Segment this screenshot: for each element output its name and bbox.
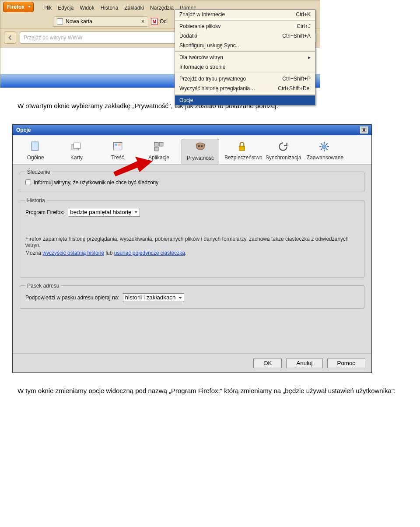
svg-point-10 — [201, 145, 203, 147]
instruction-2: W tym oknie zmieniamy opcje widoczną pod… — [18, 386, 402, 396]
history-legend: Historia — [25, 197, 47, 204]
tab-new[interactable]: Nowa karta × — [53, 16, 148, 27]
mask-icon — [193, 141, 207, 153]
menu-item[interactable]: Przejdź do trybu prywatnegoCtrl+Shift+P — [175, 74, 315, 84]
tab-label: Nowa karta — [66, 18, 92, 25]
menu-widok[interactable]: Widok — [80, 5, 94, 11]
menu-edycja[interactable]: Edycja — [58, 5, 74, 11]
addressbar-legend: Pasek adresu — [25, 283, 61, 289]
tracking-fieldset: Śledzenie Informuj witryny, że użytkowni… — [20, 169, 364, 192]
menu-zakladki[interactable]: Zakładki — [124, 5, 144, 11]
menu-historia[interactable]: Historia — [101, 5, 119, 11]
addressbar-label: Podpowiedzi w pasku adresu opieraj na: — [25, 295, 119, 301]
tracking-legend: Śledzenie — [25, 169, 52, 175]
tracking-checkbox-row[interactable]: Informuj witryny, że użytkownik nie chce… — [25, 179, 359, 186]
history-info-1: Firefox zapamięta historię przeglądania,… — [25, 236, 359, 248]
tools-dropdown: Znajdź w InternecieCtrl+KPobieranie plik… — [175, 9, 315, 105]
menu-item[interactable]: Skonfiguruj usługę Sync… — [175, 41, 315, 50]
svg-point-12 — [322, 144, 326, 148]
addressbar-fieldset: Pasek adresu Podpowiedzi w pasku adresu … — [20, 283, 364, 309]
tab-tresc[interactable]: Treść — [99, 139, 136, 164]
addressbar-row: Podpowiedzi w pasku adresu opieraj na: h… — [25, 293, 359, 302]
menu-narzedzia[interactable]: Narzędzia — [150, 5, 174, 11]
menu-item[interactable]: Informacje o stronie — [175, 62, 315, 72]
menu-plik[interactable]: Plik — [43, 5, 52, 11]
lock-icon — [235, 141, 249, 153]
menu-item[interactable]: Pobieranie plikówCtrl+J — [175, 21, 315, 31]
tab-label: Bezpieczeństwo — [224, 155, 262, 161]
addressbar-select[interactable]: historii i zakładkach — [123, 293, 184, 302]
tab-label: Zaawansowane — [307, 155, 343, 161]
history-label: Program Firefox: — [25, 209, 64, 215]
tab-bezpieczenstwo[interactable]: Bezpieczeństwo — [224, 139, 260, 164]
gmail-icon: M — [151, 18, 158, 25]
svg-rect-5 — [118, 144, 120, 145]
cancel-button[interactable]: Anuluj — [286, 358, 322, 368]
tab-label: Treść — [111, 155, 124, 161]
menu-item[interactable]: Dla twórców witryn▸ — [175, 53, 315, 62]
tab-label: Aplikacje — [148, 155, 169, 161]
svg-rect-0 — [32, 142, 38, 151]
options-dialog: Opcje X Ogólne Karty Treść — [12, 124, 372, 373]
dialog-body: Śledzenie Informuj witryny, że użytkowni… — [13, 165, 371, 353]
svg-point-9 — [198, 145, 200, 147]
history-select[interactable]: będzie pamiętał historię — [68, 208, 140, 217]
firefox-menu-button[interactable]: Firefox — [3, 2, 34, 12]
tab-karty[interactable]: Karty — [58, 139, 95, 164]
menu-bar: Plik Edycja Widok Historia Zakładki Narz… — [38, 3, 196, 11]
tab-prywatnosc[interactable]: Prywatność — [182, 139, 219, 164]
tracking-checkbox[interactable] — [25, 179, 31, 185]
tab2-label: Od — [160, 18, 167, 25]
gear-icon — [317, 141, 331, 153]
close-icon[interactable]: × — [141, 18, 144, 25]
dialog-titlebar: Opcje X — [13, 125, 371, 135]
svg-rect-8 — [154, 147, 158, 151]
tab-label: Synchronizacja — [266, 155, 301, 161]
menu-item[interactable]: Opcje — [175, 95, 315, 105]
link-remove-cookies[interactable]: usunąć pojedyncze ciasteczka — [114, 250, 185, 256]
url-placeholder: Przejdź do witryny WWW — [24, 35, 83, 41]
tab-label: Prywatność — [187, 155, 214, 161]
sync-icon — [276, 141, 290, 153]
ok-button[interactable]: OK — [253, 358, 282, 368]
svg-line-17 — [321, 143, 322, 144]
page-icon — [28, 141, 42, 153]
tab-ogolne[interactable]: Ogólne — [17, 139, 54, 164]
svg-rect-4 — [115, 144, 117, 145]
menu-item[interactable]: Wyczyść historię przeglądania…Ctrl+Shift… — [175, 84, 315, 93]
firefox-window: Firefox Plik Edycja Widok Historia Zakła… — [0, 0, 320, 88]
apps-icon — [152, 141, 166, 153]
svg-line-20 — [326, 143, 327, 144]
dialog-title: Opcje — [16, 127, 31, 133]
dialog-close-button[interactable]: X — [360, 126, 368, 134]
page-icon — [57, 18, 63, 25]
settings-tabs: Ogólne Karty Treść Aplikacje — [13, 135, 371, 165]
tab-aplikacje[interactable]: Aplikacje — [140, 139, 177, 164]
svg-rect-3 — [113, 142, 122, 150]
menu-item[interactable]: DodatkiCtrl+Shift+A — [175, 31, 315, 41]
back-button[interactable] — [4, 32, 16, 44]
tabs-icon — [70, 141, 84, 153]
svg-rect-2 — [74, 143, 80, 148]
menu-item[interactable]: Znajdź w InternecieCtrl+K — [175, 10, 315, 19]
link-clear-history[interactable]: wyczyścić ostatnią historię — [42, 250, 104, 256]
tab-zaawansowane[interactable]: Zaawansowane — [306, 139, 343, 164]
svg-rect-11 — [239, 146, 245, 150]
tab-label: Ogólne — [27, 155, 44, 161]
svg-rect-7 — [159, 142, 163, 146]
tab-sync[interactable]: Synchronizacja — [265, 139, 301, 164]
help-button[interactable]: Pomoc — [327, 358, 365, 368]
svg-line-19 — [321, 148, 322, 150]
svg-line-18 — [326, 148, 327, 150]
tracking-label: Informuj witryny, że użytkownik nie chce… — [34, 179, 158, 186]
svg-rect-6 — [154, 142, 158, 146]
history-fieldset: Historia Program Firefox: będzie pamięta… — [20, 197, 364, 278]
dialog-buttons: OK Anuluj Pomoc — [13, 353, 371, 372]
tab-other[interactable]: M Od — [151, 18, 167, 25]
tab-label: Karty — [70, 155, 83, 161]
content-icon — [111, 141, 125, 153]
history-info-2: Można wyczyścić ostatnią historię lub us… — [25, 250, 359, 256]
history-row: Program Firefox: będzie pamiętał histori… — [25, 208, 359, 217]
